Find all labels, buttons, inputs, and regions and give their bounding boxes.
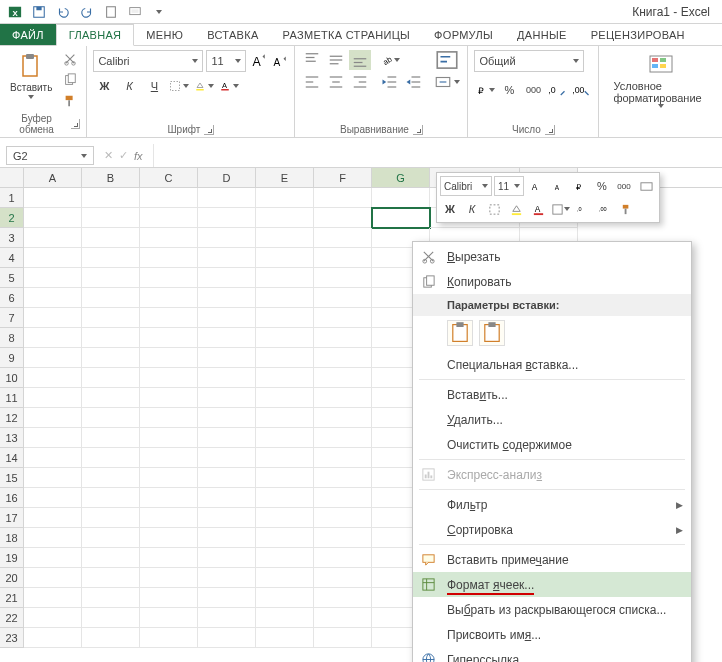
cell[interactable] xyxy=(140,608,198,628)
cell[interactable] xyxy=(82,228,140,248)
cell[interactable] xyxy=(198,308,256,328)
undo-icon[interactable] xyxy=(52,2,74,22)
cell[interactable] xyxy=(82,288,140,308)
cell[interactable] xyxy=(256,588,314,608)
clipboard-dialog-launcher[interactable] xyxy=(71,119,80,129)
row-header[interactable]: 23 xyxy=(0,628,24,648)
cell[interactable] xyxy=(24,508,82,528)
row-header[interactable]: 21 xyxy=(0,588,24,608)
cell[interactable] xyxy=(372,188,430,208)
cell[interactable] xyxy=(314,388,372,408)
ctx-paste-special[interactable]: Специальная вставка... xyxy=(413,352,691,377)
mini-percent-icon[interactable]: % xyxy=(592,176,612,196)
cell[interactable] xyxy=(140,288,198,308)
cell[interactable] xyxy=(82,348,140,368)
row-header[interactable]: 16 xyxy=(0,488,24,508)
fx-icon[interactable]: fx xyxy=(134,150,143,162)
tab-review[interactable]: РЕЦЕНЗИРОВАН xyxy=(579,24,697,45)
column-header[interactable]: G xyxy=(372,168,430,187)
cell[interactable] xyxy=(256,408,314,428)
cell[interactable] xyxy=(314,568,372,588)
ctx-insert[interactable]: Вставить... xyxy=(413,382,691,407)
align-middle-icon[interactable] xyxy=(325,50,347,70)
save-icon[interactable] xyxy=(28,2,50,22)
cell[interactable] xyxy=(82,368,140,388)
cell[interactable] xyxy=(256,628,314,648)
row-header[interactable]: 22 xyxy=(0,608,24,628)
cell[interactable] xyxy=(24,328,82,348)
row-header[interactable]: 19 xyxy=(0,548,24,568)
increase-indent-icon[interactable] xyxy=(403,72,425,92)
decrease-font-icon[interactable]: A xyxy=(270,51,288,71)
border-button[interactable] xyxy=(168,76,190,96)
cell[interactable] xyxy=(24,408,82,428)
copy-icon[interactable] xyxy=(60,71,80,89)
cell[interactable] xyxy=(314,248,372,268)
cell[interactable] xyxy=(314,508,372,528)
number-format-combo[interactable]: Общий xyxy=(474,50,584,72)
font-name-combo[interactable]: Calibri xyxy=(93,50,203,72)
cell[interactable] xyxy=(314,448,372,468)
cell[interactable] xyxy=(256,468,314,488)
cell[interactable] xyxy=(314,608,372,628)
cell[interactable] xyxy=(140,408,198,428)
align-center-icon[interactable] xyxy=(325,72,347,92)
row-header[interactable]: 5 xyxy=(0,268,24,288)
cell[interactable] xyxy=(24,448,82,468)
cell[interactable] xyxy=(140,528,198,548)
cell[interactable] xyxy=(256,268,314,288)
row-header[interactable]: 6 xyxy=(0,288,24,308)
tab-file[interactable]: ФАЙЛ xyxy=(0,24,56,45)
cell[interactable] xyxy=(82,388,140,408)
cell[interactable] xyxy=(314,408,372,428)
ctx-sort[interactable]: Сортировка ▶ xyxy=(413,517,691,542)
mini-fill-color-icon[interactable] xyxy=(506,199,526,219)
redo-icon[interactable] xyxy=(76,2,98,22)
cell[interactable] xyxy=(198,468,256,488)
cell[interactable] xyxy=(198,608,256,628)
ctx-clear[interactable]: Очистить содержимое xyxy=(413,432,691,457)
row-header[interactable]: 3 xyxy=(0,228,24,248)
cell[interactable] xyxy=(24,348,82,368)
cell[interactable] xyxy=(24,368,82,388)
mini-font-combo[interactable]: Calibri xyxy=(440,176,492,196)
cell[interactable] xyxy=(256,448,314,468)
tab-menu[interactable]: Меню xyxy=(134,24,195,45)
underline-button[interactable]: Ч xyxy=(143,76,165,96)
alignment-dialog-launcher[interactable] xyxy=(413,125,423,135)
cell[interactable] xyxy=(24,468,82,488)
mini-borders-split-icon[interactable] xyxy=(550,199,570,219)
cell[interactable] xyxy=(82,588,140,608)
column-header[interactable]: F xyxy=(314,168,372,187)
cell[interactable] xyxy=(256,428,314,448)
cell[interactable] xyxy=(24,268,82,288)
cell[interactable] xyxy=(140,428,198,448)
formula-input[interactable] xyxy=(153,144,722,167)
cell[interactable] xyxy=(140,568,198,588)
font-dialog-launcher[interactable] xyxy=(204,125,214,135)
cell[interactable] xyxy=(256,508,314,528)
row-header[interactable]: 20 xyxy=(0,568,24,588)
conditional-formatting-button[interactable]: Условное форматирование xyxy=(605,50,716,110)
cell[interactable] xyxy=(314,208,372,228)
cell[interactable] xyxy=(82,408,140,428)
decrease-decimal-icon[interactable]: ,00 xyxy=(570,80,592,100)
wrap-text-icon[interactable] xyxy=(433,50,461,70)
cell[interactable] xyxy=(198,628,256,648)
cell[interactable] xyxy=(198,188,256,208)
cell[interactable] xyxy=(314,428,372,448)
row-header[interactable]: 9 xyxy=(0,348,24,368)
cell[interactable] xyxy=(314,588,372,608)
row-header[interactable]: 18 xyxy=(0,528,24,548)
cell[interactable] xyxy=(82,548,140,568)
mini-accounting-icon[interactable]: ₽ xyxy=(570,176,590,196)
row-header[interactable]: 1 xyxy=(0,188,24,208)
decrease-indent-icon[interactable] xyxy=(379,72,401,92)
row-header[interactable]: 8 xyxy=(0,328,24,348)
mini-size-combo[interactable]: 11 xyxy=(494,176,524,196)
cell[interactable] xyxy=(256,488,314,508)
italic-button[interactable]: К xyxy=(118,76,140,96)
cell[interactable] xyxy=(82,488,140,508)
mini-border-icon[interactable] xyxy=(484,199,504,219)
cell[interactable] xyxy=(24,228,82,248)
